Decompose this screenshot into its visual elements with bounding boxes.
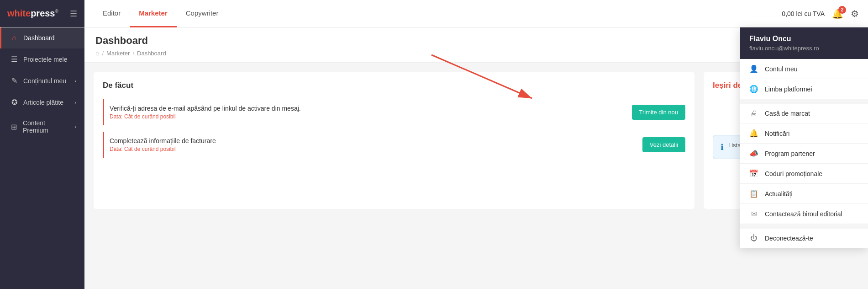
top-nav: whitepress® ☰ Editor Marketer Copywriter… <box>0 0 868 27</box>
logout-icon: ⏻ <box>749 234 758 242</box>
dropdown-item-notifications[interactable]: 🔔 Notificări <box>740 123 868 144</box>
tab-copywriter[interactable]: Copywriter <box>177 0 228 27</box>
logo-text-press: press <box>31 8 55 18</box>
notification-badge: 2 <box>838 6 846 14</box>
breadcrumb-sep-1: / <box>102 50 104 57</box>
dropdown-item-news[interactable]: 📋 Actualități <box>740 184 868 204</box>
home-icon: ⌂ <box>10 34 19 42</box>
date-label-1: Data: <box>110 113 123 120</box>
dropdown-label-account: Contul meu <box>765 65 798 73</box>
alert-billing-content: Completează informațiile de facturare Da… <box>110 137 216 152</box>
dropdown-separator-2 <box>740 224 868 229</box>
dropdown-label-notifications: Notificări <box>765 130 789 137</box>
dropdown-label-partner: Program partener <box>765 150 815 157</box>
nav-tabs: Editor Marketer Copywriter <box>84 0 782 27</box>
dropdown-user-name: Flaviu Oncu <box>749 35 859 43</box>
alert-email-message: Verifică-ți adresa de e-mail apăsând pe … <box>110 105 301 112</box>
date-label-2: Data: <box>110 146 123 152</box>
settings-button[interactable]: ⚙ <box>851 8 859 19</box>
sidebar-label-dashboard: Dashboard <box>23 34 55 42</box>
user-dropdown-menu: Flaviu Oncu flaviu.oncu@whitepress.ro 👤 … <box>740 27 868 248</box>
logo-area: whitepress® ☰ <box>0 0 84 27</box>
breadcrumb-home-icon: ⌂ <box>95 49 99 57</box>
chevron-icon-premium: › <box>74 124 76 129</box>
dropdown-item-contact[interactable]: ✉ Contactează biroul editorial <box>740 204 868 224</box>
dropdown-label-news: Actualități <box>765 190 793 198</box>
alert-email-content: Verifică-ți adresa de e-mail apăsând pe … <box>110 105 301 120</box>
logo-sup: ® <box>55 9 58 14</box>
sidebar-label-projects: Proiectele mele <box>23 56 68 63</box>
promo-icon: 📅 <box>749 169 758 178</box>
breadcrumb-marketer: Marketer <box>106 50 130 57</box>
dropdown-item-cash[interactable]: 🖨 Casă de marcat <box>740 104 868 123</box>
alert-email-date: Data: Cât de curând posibil <box>110 113 301 120</box>
breadcrumb-dashboard: Dashboard <box>137 50 166 57</box>
date-value-1: Cât de curând posibil <box>124 113 176 120</box>
contact-icon: ✉ <box>749 209 758 218</box>
send-again-button[interactable]: Trimite din nou <box>632 105 686 120</box>
bell-icon: 🔔 <box>749 129 758 138</box>
sidebar-item-content[interactable]: ✎ Conținutul meu › <box>0 70 84 91</box>
account-icon: 👤 <box>749 64 758 73</box>
alert-item-email: Verifică-ți adresa de e-mail apăsând pe … <box>103 99 685 125</box>
dropdown-header: Flaviu Oncu flaviu.oncu@whitepress.ro <box>740 27 868 59</box>
dropdown-item-logout[interactable]: ⏻ Deconectează-te <box>740 229 868 248</box>
info-icon: ℹ <box>721 142 724 152</box>
dropdown-user-email: flaviu.oncu@whitepress.ro <box>749 45 859 52</box>
dropdown-label-promo: Coduri promoționale <box>765 170 822 177</box>
logo-text-white: white <box>7 8 31 18</box>
cash-icon: 🖨 <box>749 109 758 118</box>
tab-editor[interactable]: Editor <box>94 0 130 27</box>
sidebar-item-articles[interactable]: ✪ Articole plătite › <box>0 91 84 113</box>
breadcrumb-sep-2: / <box>132 50 134 57</box>
nav-right: 0,00 lei cu TVA 🔔 2 ⚙ <box>782 8 868 19</box>
dropdown-item-promo[interactable]: 📅 Coduri promoționale <box>740 164 868 184</box>
alert-billing-date: Data: Cât de curând posibil <box>110 146 216 152</box>
news-icon: 📋 <box>749 189 758 198</box>
balance-display: 0,00 lei cu TVA <box>782 10 825 17</box>
partner-icon: 📣 <box>749 149 758 158</box>
sidebar-label-content: Conținutul meu <box>23 77 66 85</box>
main-layout: ⌂ Dashboard ☰ Proiectele mele ✎ Conținut… <box>0 27 868 289</box>
logo: whitepress® <box>7 8 58 19</box>
date-value-2: Cât de curând posibil <box>124 146 176 152</box>
content-icon: ✎ <box>10 76 19 85</box>
dropdown-label-cash: Casă de marcat <box>765 110 810 117</box>
sidebar: ⌂ Dashboard ☰ Proiectele mele ✎ Conținut… <box>0 27 84 289</box>
sidebar-item-projects[interactable]: ☰ Proiectele mele <box>0 48 84 70</box>
language-icon: 🌐 <box>749 85 758 93</box>
dropdown-item-partner[interactable]: 📣 Program partener <box>740 144 868 164</box>
projects-icon: ☰ <box>10 55 19 64</box>
dropdown-label-logout: Deconectează-te <box>765 235 813 242</box>
alert-item-billing: Completează informațiile de facturare Da… <box>103 132 685 158</box>
sidebar-item-dashboard[interactable]: ⌂ Dashboard <box>0 27 84 48</box>
alert-billing-message: Completează informațiile de facturare <box>110 137 216 144</box>
dropdown-label-language: Limba platformei <box>765 86 812 93</box>
dropdown-label-contact: Contactează biroul editorial <box>765 210 842 218</box>
hamburger-icon[interactable]: ☰ <box>70 9 77 19</box>
dropdown-item-language[interactable]: 🌐 Limba platformei <box>740 79 868 99</box>
notifications-button[interactable]: 🔔 2 <box>832 8 843 19</box>
articles-icon: ✪ <box>10 98 19 107</box>
premium-icon: ⊞ <box>10 123 18 131</box>
dropdown-item-account[interactable]: 👤 Contul meu <box>740 59 868 79</box>
sidebar-label-premium: Content Premium <box>23 119 70 134</box>
tab-marketer[interactable]: Marketer <box>130 0 177 27</box>
sidebar-label-articles: Articole plătite <box>23 99 63 106</box>
sidebar-item-premium[interactable]: ⊞ Content Premium › <box>0 113 84 140</box>
chevron-icon-content: › <box>74 78 76 84</box>
chevron-icon-articles: › <box>74 100 76 105</box>
dropdown-separator <box>740 99 868 104</box>
left-panel-title: De făcut <box>103 81 685 90</box>
view-details-button[interactable]: Vezi detalii <box>642 137 685 152</box>
left-panel: De făcut Verifică-ți adresa de e-mail ap… <box>94 72 694 209</box>
